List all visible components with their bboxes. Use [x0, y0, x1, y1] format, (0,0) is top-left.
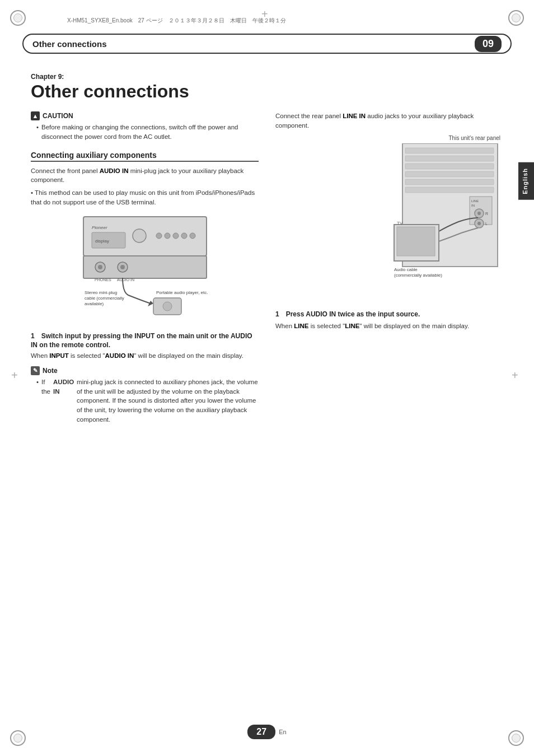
svg-rect-25 — [405, 156, 494, 161]
caution-icon: ▲ — [31, 111, 40, 120]
svg-text:IN: IN — [471, 204, 475, 207]
note-item: If the AUDIO IN mini-plug jack is connec… — [31, 377, 259, 424]
chapter-label: Chapter 9: — [31, 73, 503, 81]
svg-text:available): available) — [85, 301, 104, 306]
svg-rect-27 — [405, 171, 494, 177]
header-bar: Other connections 09 — [22, 34, 512, 54]
caution-title: ▲ CAUTION — [31, 111, 259, 120]
note-title: ✎ Note — [31, 366, 259, 375]
svg-rect-28 — [405, 179, 494, 185]
svg-text:R: R — [485, 212, 488, 216]
rear-panel-label: This unit's rear panel — [448, 135, 500, 141]
col-left: ▲ CAUTION Before making or changing the … — [31, 111, 259, 424]
front-unit-diagram: Pioneer display — [31, 211, 259, 325]
svg-text:LINE: LINE — [471, 199, 479, 203]
svg-point-4 — [133, 229, 146, 242]
svg-text:Audio cable: Audio cable — [394, 267, 418, 272]
step1-right-heading: 1 Press AUDIO IN twice as the input sour… — [275, 310, 503, 319]
caution-box: ▲ CAUTION Before making or changing the … — [31, 111, 259, 141]
note-label: Note — [43, 367, 58, 375]
svg-point-5 — [156, 233, 162, 239]
caution-text: Before making or changing the connection… — [31, 123, 259, 141]
note-box: ✎ Note If the AUDIO IN mini-plug jack is… — [31, 366, 259, 424]
svg-rect-40 — [397, 227, 435, 256]
svg-text:PHONES: PHONES — [95, 278, 111, 282]
step1-left-heading: 1 Switch input by pressing the INPUT on … — [31, 332, 259, 349]
svg-point-7 — [173, 233, 179, 239]
page-number: 27 — [247, 725, 275, 739]
corner-tr — [508, 10, 524, 26]
svg-rect-24 — [405, 148, 494, 153]
svg-rect-29 — [405, 187, 494, 193]
crosshair-left — [10, 371, 24, 385]
header-title: Other connections — [32, 39, 107, 49]
note-bullet: If the AUDIO IN mini-plug jack is connec… — [36, 377, 259, 424]
svg-text:L: L — [485, 222, 488, 226]
right-col-intro: Connect the rear panel LINE IN audio jac… — [275, 111, 503, 130]
two-col-layout: ▲ CAUTION Before making or changing the … — [31, 111, 503, 424]
note-icon: ✎ — [31, 366, 40, 375]
section-bullet: • This method can be used to play music … — [31, 188, 259, 207]
svg-point-8 — [181, 233, 187, 239]
page-lang: En — [279, 729, 286, 735]
section-intro: Connect the front panel AUDIO IN mini-pl… — [31, 166, 259, 185]
svg-text:Portable audio player, etc.: Portable audio player, etc. — [156, 290, 208, 295]
svg-text:Pioneer: Pioneer — [92, 225, 107, 230]
print-info: X-HM51_SYXE8_En.book 27 ページ ２０１３年３月２８日 木… — [67, 17, 286, 25]
svg-point-9 — [190, 233, 195, 239]
chapter-number: 09 — [475, 36, 502, 52]
svg-text:(commercially available): (commercially available) — [394, 273, 442, 278]
caution-item: Before making or changing the connection… — [36, 123, 259, 141]
svg-text:Stereo mini-plug: Stereo mini-plug — [85, 290, 117, 295]
svg-point-15 — [120, 265, 125, 269]
caution-label: CAUTION — [43, 112, 73, 120]
chapter-title: Other connections — [31, 82, 503, 101]
svg-text:AUDIO IN: AUDIO IN — [117, 278, 134, 282]
svg-point-37 — [477, 222, 481, 225]
svg-rect-26 — [405, 164, 494, 169]
step1-left-body: When INPUT is selected "AUDIO IN" will b… — [31, 351, 259, 361]
corner-tl — [10, 10, 26, 26]
english-tab: English — [518, 162, 534, 200]
svg-point-6 — [165, 233, 170, 239]
main-content: Chapter 9: Other connections ▲ CAUTION B… — [31, 62, 503, 711]
col-right: Connect the rear panel LINE IN audio jac… — [275, 111, 503, 424]
step1-right-body: When LINE is selected "LINE" will be dis… — [275, 321, 503, 331]
section-heading-auxiliary: Connecting auxiliary components — [31, 151, 259, 162]
svg-text:TV: TV — [397, 221, 403, 226]
rear-panel-diagram: This unit's rear panel LINE IN — [275, 135, 503, 303]
svg-text:display: display — [95, 239, 109, 244]
svg-point-34 — [477, 212, 481, 215]
svg-point-12 — [98, 265, 102, 269]
footer: 27 En — [0, 725, 534, 739]
crosshair-right — [510, 371, 524, 385]
svg-text:cable (commercially: cable (commercially — [85, 296, 124, 301]
svg-point-18 — [163, 302, 172, 311]
